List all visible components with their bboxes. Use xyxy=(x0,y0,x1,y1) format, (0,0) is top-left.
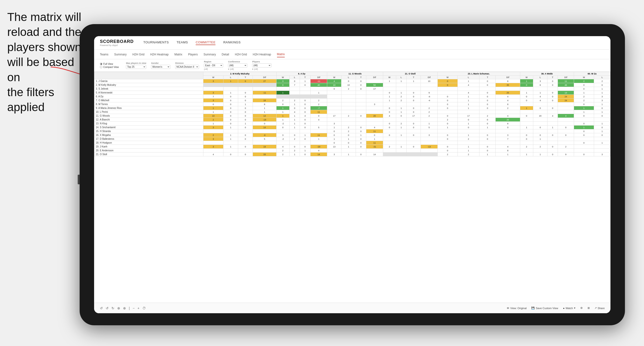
zoom2-icon[interactable]: ⊕ xyxy=(123,306,126,310)
eye-icon: 👁 xyxy=(507,307,509,310)
save-custom-label: Save Custom View xyxy=(536,307,558,310)
players-label: Players xyxy=(252,60,272,63)
separator1: | xyxy=(129,306,130,310)
sub-nav-h2h-grid2[interactable]: H2H Grid xyxy=(235,52,247,57)
max-players-filter: Max players in view Top 25 Top 10 Top 50 xyxy=(126,62,146,69)
side-button[interactable] xyxy=(78,175,80,184)
sub-nav-h2h-grid[interactable]: H2H Grid xyxy=(132,52,144,57)
sub-w2: W xyxy=(276,76,289,79)
full-view-radio-dot xyxy=(100,63,102,65)
player-name: 10. L Perini xyxy=(94,110,204,114)
player-name: 17. D Ballesteros xyxy=(94,137,204,141)
table-row: 18. H Hodgson 00011 01 xyxy=(94,141,610,145)
sub-nav-summary[interactable]: Summary xyxy=(114,52,126,57)
col-header-webb: 38. A Webb xyxy=(520,72,574,76)
undo-icon[interactable]: ↺ xyxy=(100,306,103,310)
sub-dif5: Dif xyxy=(496,76,520,79)
compact-view-radio-dot xyxy=(100,66,102,68)
max-players-label: Max players in view xyxy=(126,62,146,64)
sub-l6: L xyxy=(533,76,547,79)
compact-view-radio[interactable]: Compact View xyxy=(100,66,119,68)
zoom-icon[interactable]: ⊕ xyxy=(117,306,120,310)
watch-chevron: ▾ xyxy=(574,307,576,310)
full-view-label: Full View xyxy=(103,63,113,65)
sub-nav-matrix[interactable]: Matrix xyxy=(174,52,182,57)
player-name: 12. A Bianchi xyxy=(94,118,204,122)
undo2-icon[interactable]: ↺ xyxy=(106,306,108,310)
view-original-button[interactable]: 👁 View: Original xyxy=(507,307,527,310)
division-select[interactable]: NCAA Division II NCAA Division I NCAA Di… xyxy=(175,65,199,69)
table-row: 1. J Garcia 31027 301-11 400 11110 0106 … xyxy=(94,79,610,83)
sub-dif3: Dif xyxy=(366,76,383,79)
table-row: 9. A Maria Jimenez Rios 1001 100-7 0102 … xyxy=(94,106,610,110)
bottom-bar-left: ↺ ↺ ↻ ⊕ ⊕ | − + ⏱ xyxy=(100,306,146,310)
conference-select[interactable]: (All) xyxy=(228,63,247,67)
table-row: 19. J Kanh 31019 400-20 1310-31 210-13 0… xyxy=(94,145,610,149)
sub-nav-teams[interactable]: Teams xyxy=(100,52,108,57)
sub-w5: W xyxy=(438,76,458,79)
division-filter: Division NCAA Division II NCAA Division … xyxy=(175,62,199,69)
table-row: 12. A Bianchi 200-18 1104 20025 xyxy=(94,118,610,122)
sub-nav-summary2[interactable]: Summary xyxy=(204,52,216,57)
sub-dif4: Dif xyxy=(421,76,438,79)
nav-teams[interactable]: TEAMS xyxy=(176,40,188,45)
players-select[interactable]: (All) xyxy=(252,63,272,67)
conference-label: Conference xyxy=(228,60,247,63)
sub-l4: L xyxy=(396,76,406,79)
grid-button[interactable]: ⊞ xyxy=(588,307,590,310)
grid-icon: ⊞ xyxy=(588,307,590,310)
player-name: 6. A Dy xyxy=(94,95,204,99)
logo-title: SCOREBOARD xyxy=(100,39,134,44)
top-nav-links: TOURNAMENTS TEAMS COMMITTEE RANKINGS xyxy=(143,40,240,45)
sub-w6: W xyxy=(520,76,533,79)
sub-nav-matrix2[interactable]: Matrix xyxy=(277,52,285,57)
share-button[interactable]: ↗ Share xyxy=(594,307,605,310)
region-select[interactable]: East - DII (All) xyxy=(204,63,223,67)
sub-l7: L xyxy=(594,76,610,79)
gender-label: Gender xyxy=(151,62,170,64)
nav-tournaments[interactable]: TOURNAMENTS xyxy=(143,40,169,45)
player-name: 7. O Mitchell xyxy=(94,99,204,102)
full-view-radio[interactable]: Full View xyxy=(100,63,119,65)
region-filter: Region East - DII (All) (All) xyxy=(204,60,223,70)
options-button[interactable]: ⚙ xyxy=(580,307,583,310)
gender-filter: Gender Women's Men's xyxy=(151,62,170,69)
sub-w7: W xyxy=(574,76,594,79)
player-name: 8. M Torres xyxy=(94,102,204,106)
player-name: 19. J Kanh xyxy=(94,145,204,149)
bottom-bar-right: 👁 View: Original 💾 Save Custom View ● Wa… xyxy=(507,307,605,310)
watch-button[interactable]: ● Watch ▾ xyxy=(563,307,575,310)
watch-icon: ● xyxy=(563,307,564,310)
minus-icon[interactable]: − xyxy=(133,306,135,310)
nav-rankings[interactable]: RANKINGS xyxy=(223,40,240,45)
table-row: 17. D Ballesteros 3105 -2201 1101 0207 0… xyxy=(94,137,610,141)
refresh-icon[interactable]: ↻ xyxy=(112,306,114,310)
gender-select[interactable]: Women's Men's xyxy=(151,65,170,69)
sub-navigation: Teams Summary H2H Grid H2H Heatmap Matri… xyxy=(94,50,610,59)
matrix-table: 2. M Kelly Mulcahy 6. A Dy 11. G Woods 2… xyxy=(94,72,610,156)
save-custom-button[interactable]: 💾 Save Custom View xyxy=(531,307,558,310)
table-row: 13. N Klug 1010 -210 3 0201 0108 01 xyxy=(94,122,610,126)
clock-icon[interactable]: ⏱ xyxy=(142,306,146,310)
table-row: 6. A Dy 700 120-4 0104 04024 23 xyxy=(94,95,610,99)
table-row: 3. S Jelinek 02017 01 xyxy=(94,87,610,91)
sub-nav-detail[interactable]: Detail xyxy=(222,52,229,57)
max-players-select[interactable]: Top 25 Top 10 Top 50 xyxy=(126,65,146,69)
table-row: 11. G Woods 100014 1140 172020 40172 017… xyxy=(94,114,610,118)
player-name: 3. S Jelinek xyxy=(94,87,204,91)
sub-nav-h2h-heatmap[interactable]: H2H Heatmap xyxy=(150,52,169,57)
sub-nav-h2h-heatmap2[interactable]: H2H Heatmap xyxy=(253,52,271,57)
sub-w4: W xyxy=(383,76,396,79)
plus-icon[interactable]: + xyxy=(138,306,140,310)
sub-w1: W xyxy=(204,76,224,79)
sub-nav-players[interactable]: Players xyxy=(188,52,198,57)
player-name: 14. S Srichantamit xyxy=(94,126,204,129)
table-row: 8. M Torres 0018 0102 3 0108 01 xyxy=(94,102,610,106)
table-row: 21. O Stoll 40033 21014 31014 2211 1109 … xyxy=(94,153,610,156)
tablet-screen: SCOREBOARD Powered by clippd TOURNAMENTS… xyxy=(94,36,610,313)
region-all: (All) xyxy=(204,68,223,70)
filters-bar: Full View Compact View Max players in vi… xyxy=(94,59,610,72)
conference-all: ▾ (All) xyxy=(228,68,247,70)
matrix-content[interactable]: 2. M Kelly Mulcahy 6. A Dy 11. G Woods 2… xyxy=(94,72,610,303)
nav-committee[interactable]: COMMITTEE xyxy=(196,40,216,45)
